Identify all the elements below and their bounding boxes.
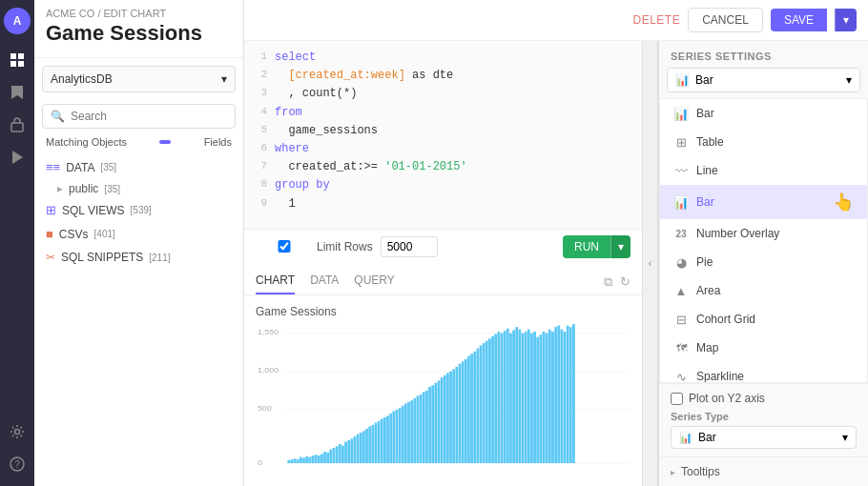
svg-rect-61 [423, 392, 425, 463]
svg-rect-44 [371, 424, 374, 462]
sidebar-icon-bookmark[interactable] [3, 78, 31, 107]
chart-type-number-overlay-label: Number Overlay [696, 227, 779, 240]
svg-rect-37 [350, 438, 353, 463]
tab-data[interactable]: DATA [310, 270, 339, 294]
code-editor[interactable]: 1 select 2 [created_at:week] as dte 3 , … [244, 41, 642, 229]
map-icon: 🗺 [673, 340, 689, 355]
limit-value-input[interactable] [381, 236, 438, 257]
svg-rect-54 [402, 405, 404, 462]
y2-checkbox[interactable] [671, 393, 683, 405]
svg-rect-33 [339, 443, 341, 462]
chart-type-sparkline-label: Sparkline [696, 370, 744, 383]
area-icon: ▲ [673, 283, 689, 298]
cancel-button[interactable]: CANCEL [688, 8, 763, 32]
sidebar-item-sql-views[interactable]: ⊞ SQL VIEWS [539] [34, 198, 243, 222]
chevron-down-icon-type: ▾ [842, 431, 848, 444]
svg-rect-16 [287, 459, 290, 462]
svg-rect-82 [486, 340, 488, 462]
svg-rect-1 [18, 53, 24, 59]
code-created-at: [created_at:week] as dte [275, 67, 453, 85]
ln-9: 9 [256, 195, 275, 213]
series-footer: Plot on Y2 axis Series Type 📊 Bar ▾ [659, 383, 868, 456]
chart-type-map[interactable]: 🗺 Map [660, 334, 867, 362]
db-selector[interactable]: AnalyticsDB ▾ [42, 66, 236, 92]
svg-rect-26 [318, 456, 320, 463]
chart-type-number-overlay[interactable]: 23 Number Overlay [660, 219, 867, 248]
tab-chart[interactable]: CHART [256, 270, 295, 294]
bar-icon: 📊 [675, 73, 690, 87]
copy-icon[interactable]: ⧉ [604, 274, 612, 290]
svg-rect-106 [557, 325, 560, 462]
svg-rect-19 [297, 459, 300, 463]
sidebar-item-public-badge: [35] [104, 184, 120, 194]
y2-axis-row[interactable]: Plot on Y2 axis [671, 392, 857, 405]
chart-type-bar-top[interactable]: 📊 Bar [660, 99, 867, 128]
tooltips-row[interactable]: ▸ Tooltips [659, 456, 868, 486]
delete-button[interactable]: DELETE [633, 13, 681, 27]
chart-type-table-label: Table [696, 135, 724, 149]
bar-active-icon: 📊 [673, 194, 689, 210]
series-type-value: Bar [698, 431, 716, 444]
toggle-pill[interactable] [159, 140, 171, 144]
sidebar-item-public[interactable]: ▸ public [35] [34, 179, 243, 198]
chart-type-cohort-grid-label: Cohort Grid [696, 313, 755, 326]
chart-type-sparkline[interactable]: ∿ Sparkline [660, 362, 867, 383]
collapse-button[interactable]: ‹ [643, 41, 658, 486]
svg-rect-101 [543, 332, 546, 463]
sidebar-icon-settings[interactable] [3, 417, 31, 446]
chevron-right-icon: ▸ [57, 182, 63, 195]
refresh-icon[interactable]: ↻ [620, 274, 630, 290]
sidebar-item-sql-snippets[interactable]: ✂ SQL SNIPPETS [211] [34, 246, 243, 269]
save-dropdown-button[interactable]: ▾ [835, 9, 857, 31]
svg-rect-62 [425, 390, 428, 462]
svg-rect-27 [320, 454, 323, 463]
svg-rect-42 [365, 428, 368, 462]
chart-type-bar[interactable]: 📊 Bar 👆 [660, 185, 867, 219]
svg-rect-67 [441, 377, 444, 463]
run-dropdown-button[interactable]: ▾ [610, 235, 630, 258]
svg-rect-73 [459, 363, 462, 462]
chart-type-pie[interactable]: ◕ Pie [660, 248, 867, 276]
series-type-selector[interactable]: 📊 Bar ▾ [667, 68, 860, 92]
chart-type-table[interactable]: ⊞ Table [660, 128, 867, 156]
svg-rect-75 [465, 358, 467, 462]
svg-rect-94 [522, 333, 525, 462]
svg-rect-48 [383, 416, 386, 462]
chart-type-area[interactable]: ▲ Area [660, 276, 867, 305]
sidebar-icon-play[interactable] [3, 143, 31, 172]
series-type-dropdown[interactable]: 📊 Bar ▾ [671, 426, 857, 449]
svg-rect-110 [569, 327, 572, 463]
limit-checkbox[interactable] [256, 240, 313, 253]
svg-rect-71 [452, 369, 455, 463]
svg-rect-59 [417, 395, 420, 463]
ln-4: 4 [256, 104, 275, 122]
sidebar-item-csvs-label: CSVs [59, 228, 89, 241]
code-line: 8 group by [256, 176, 630, 194]
sidebar-icon-box[interactable] [3, 111, 31, 139]
sidebar-icon-help[interactable]: ? [3, 450, 31, 478]
sidebar-item-data[interactable]: ≡≡ DATA [35] [34, 155, 243, 179]
sidebar-item-csvs[interactable]: ■ CSVs [401] [34, 222, 243, 246]
svg-rect-78 [473, 351, 476, 462]
svg-rect-53 [399, 408, 402, 463]
sidebar-icon-grid[interactable] [3, 46, 31, 74]
chart-type-line[interactable]: 〰 Line [660, 156, 867, 185]
sidebar-item-csvs-badge: [401] [94, 229, 115, 239]
run-button[interactable]: RUN [563, 235, 610, 258]
svg-rect-86 [497, 332, 500, 463]
page-title: Game Sessions [34, 21, 243, 53]
line-icon: 〰 [673, 163, 689, 178]
search-box[interactable]: 🔍 [42, 104, 236, 129]
code-count: , count(*) [275, 85, 357, 103]
bar-chart-icon: 📊 [673, 106, 689, 121]
sidebar: A ? [0, 0, 34, 486]
save-button[interactable]: SAVE [771, 9, 827, 31]
tab-query[interactable]: QUERY [354, 270, 394, 294]
chart-type-cohort-grid[interactable]: ⊟ Cohort Grid [660, 305, 867, 334]
svg-rect-35 [344, 441, 347, 462]
svg-rect-99 [536, 336, 539, 462]
tooltips-label: Tooltips [681, 465, 720, 478]
svg-rect-45 [375, 422, 378, 463]
search-input[interactable] [71, 110, 227, 123]
svg-rect-76 [467, 355, 470, 462]
